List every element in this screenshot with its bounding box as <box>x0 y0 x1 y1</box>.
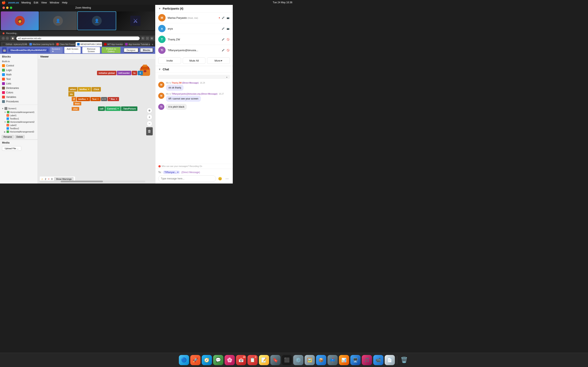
harr2-label: HorizontalArrangement2 <box>10 121 35 123</box>
participants-collapse-button[interactable]: ▼ <box>158 7 161 10</box>
participants-title: Participants (4) <box>163 7 230 10</box>
tab-class[interactable]: Class Not Found <box>55 42 75 47</box>
blocks-button[interactable]: Blocks <box>140 48 153 52</box>
remove-screen-button[interactable]: Remove Screen <box>82 47 100 53</box>
chat-msg-1: M Me to Thariq ZW (Direct Message) 16.24… <box>158 82 230 91</box>
url-bar[interactable]: ai2.appinventor.mit.edu <box>16 36 140 40</box>
msg-text-2: tiff i cannot see your screen <box>166 96 201 102</box>
participant-icons-arya: 🎤 📷 <box>221 27 230 30</box>
comp-harr1[interactable]: ▼ HorizontalArrangement1 <box>0 110 38 114</box>
refresh-button[interactable]: ↻ <box>141 37 145 40</box>
label2-icon: A <box>7 124 9 126</box>
rename-button[interactable]: Rename <box>2 135 14 139</box>
zoom-target-button[interactable]: ⊕ <box>147 108 152 113</box>
comp-textbox2[interactable]: TextBox2 <box>0 127 38 130</box>
category-lists[interactable]: Lists <box>0 81 38 86</box>
screen1-expand: ▼ <box>2 108 4 110</box>
video-thumb-4[interactable]: ⚔ <box>117 11 155 30</box>
tab-mener[interactable]: MENERAPKAN CARA MEMB... <box>76 42 102 47</box>
scrollbar-thumb[interactable] <box>61 181 103 182</box>
video-off-icon-tiffany: 🚫 <box>226 48 230 52</box>
mute-all-button[interactable]: Mute All <box>183 58 206 64</box>
sidebar-divider <box>0 105 38 105</box>
condition-block: btnRec▼ Text▼ =▼ "Rec▼ <box>77 97 119 101</box>
category-control[interactable]: Control <box>0 63 38 68</box>
video-icon-arya: 📷 <box>226 27 230 30</box>
more-button[interactable]: More ▾ <box>207 58 230 64</box>
category-math[interactable]: Math <box>0 72 38 77</box>
chat-header: ▼ Chat <box>155 66 233 73</box>
forward-button[interactable]: › <box>6 37 9 40</box>
emoji-button[interactable]: 😊 <box>217 176 223 182</box>
category-colors[interactable]: Colors <box>0 90 38 95</box>
back-button[interactable]: ‹ <box>2 37 5 40</box>
comp-textbox1[interactable]: TextBox1 <box>0 117 38 120</box>
category-dicts[interactable]: Dictionaries <box>0 86 38 90</box>
new-tab-add-button[interactable]: + <box>150 42 154 47</box>
dicts-label: Dictionaries <box>6 87 19 90</box>
designer-button[interactable]: Designer <box>124 48 138 52</box>
menu-help[interactable]: Help <box>62 1 68 4</box>
comp-label1[interactable]: A Label1 <box>0 114 38 117</box>
tab-app[interactable]: App Inventor Tutorials and E... <box>123 42 150 47</box>
menu-edit[interactable]: Edit <box>34 1 38 4</box>
recording-bar: ⏺ Recording... <box>0 31 155 35</box>
app-name[interactable]: zoom.us <box>8 1 19 4</box>
chat-more-button[interactable]: ⋯ <box>224 176 230 182</box>
backpack-icon[interactable] <box>138 63 152 77</box>
apple-menu[interactable]: 🍎 <box>2 1 6 4</box>
category-variables[interactable]: Variables <box>0 95 38 99</box>
menu-bar-right: Tue 24 May 16:36 <box>273 1 292 4</box>
tab-label-class: Class Not Found <box>60 43 75 45</box>
initialize-global-block[interactable]: initialize global intCounter to 0 <box>97 71 143 75</box>
msg-meta-2: Me to Tiffanyariyanto@binusian.org (Dire… <box>166 93 230 95</box>
menu-meeting[interactable]: Meeting <box>21 1 31 4</box>
project-name[interactable]: GlassBreakDtectByAuzMANdUDZ <box>8 48 49 52</box>
comp-harr3[interactable]: ▶ HorizontalArrangement3 <box>0 130 38 133</box>
close-button[interactable] <box>2 7 5 9</box>
zoom-out-button[interactable]: − <box>147 121 152 126</box>
zoom-in-button[interactable]: + <box>147 114 152 120</box>
category-procedures[interactable]: Procedures <box>0 99 38 104</box>
tab-label-mit: MIT App Inventor <box>107 43 123 45</box>
reader-view-button[interactable]: 📋 <box>11 36 15 40</box>
invite-button[interactable]: Invite <box>158 58 181 64</box>
screen1-item[interactable]: ▼ Screen1 <box>0 106 38 110</box>
tab-ml[interactable]: Machine Learning for Kids <box>28 42 54 47</box>
tab-github[interactable]: GitHub - kylecorry31/ML4K-... <box>1 42 27 47</box>
new-tab-button[interactable]: ⊞ <box>150 37 154 40</box>
show-warnings-button[interactable]: Show Warnings <box>54 177 73 181</box>
share-button[interactable]: ↑ <box>146 37 149 40</box>
chat-collapse-button[interactable]: ▼ <box>158 68 161 71</box>
warning-icon: ⚠ <box>41 178 43 180</box>
call-block[interactable]: call Camera1▼ .TakePicture <box>98 106 138 111</box>
category-text[interactable]: Text <box>0 77 38 81</box>
blocks-canvas[interactable]: initialize global intCounter to 0 when b… <box>38 59 155 184</box>
video-thumb-2[interactable]: 👤 <box>39 11 77 30</box>
browser-bar: ‹ › 📋 ai2.appinventor.mit.edu ↻ ↑ ⊞ <box>0 35 155 41</box>
video-off-icon-thariq: 🚫 <box>226 38 230 41</box>
delete-button[interactable]: Delete <box>15 135 25 139</box>
screen-selector[interactable]: Screen1 ▼ <box>50 47 63 53</box>
menu-window[interactable]: Window <box>50 1 59 4</box>
maximize-button[interactable] <box>10 7 12 9</box>
category-logic[interactable]: Logic <box>0 68 38 72</box>
chat-to-selector[interactable]: Tiffanyar... ▾ <box>163 170 180 174</box>
video-thumb-1[interactable]: 👩 <box>1 11 39 30</box>
chat-msg-3: Ti it is pitch black <box>158 104 230 110</box>
video-thumb-3[interactable]: 👤 <box>77 11 116 30</box>
comp-label2[interactable]: A Label2 <box>0 124 38 127</box>
variables-dot <box>2 96 5 99</box>
tab-icon-class <box>56 43 59 45</box>
minimize-button[interactable] <box>6 7 9 9</box>
add-screen-button[interactable]: Add Screen ... <box>64 47 81 53</box>
tab-label-app: App Inventor Tutorials and E... <box>129 43 150 45</box>
publish-gallery-button[interactable]: Publish to Gallery <box>102 47 120 53</box>
menu-view[interactable]: View <box>41 1 47 4</box>
canvas-horizontal-scrollbar[interactable] <box>39 181 145 182</box>
chat-input-field[interactable] <box>158 175 216 182</box>
tab-mit[interactable]: MIT App Inventor <box>103 42 123 47</box>
comp-harr2[interactable]: ▼ HorizontalArrangement2 <box>0 120 38 124</box>
trash-button[interactable]: 🗑 <box>146 127 153 135</box>
upload-file-button[interactable]: Upload File ... <box>2 146 21 151</box>
